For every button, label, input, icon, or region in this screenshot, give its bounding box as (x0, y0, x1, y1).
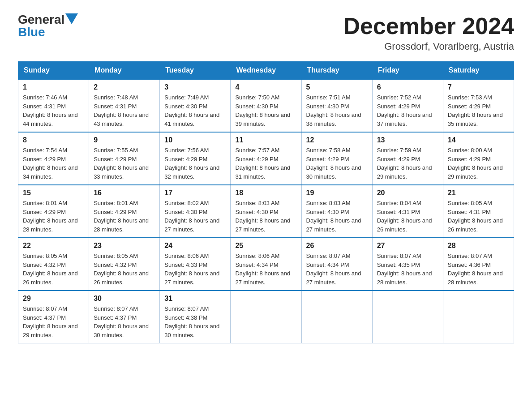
day-cell: 12 Sunrise: 7:58 AMSunset: 4:29 PMDaylig… (301, 132, 372, 185)
day-number: 12 (306, 136, 368, 144)
day-info: Sunrise: 7:51 AMSunset: 4:30 PMDaylight:… (306, 94, 361, 127)
day-number: 26 (306, 242, 368, 250)
week-row-2: 8 Sunrise: 7:54 AMSunset: 4:29 PMDayligh… (18, 132, 514, 185)
logo-triangle-icon (65, 13, 78, 24)
day-cell: 15 Sunrise: 8:01 AMSunset: 4:29 PMDaylig… (18, 185, 89, 238)
day-number: 13 (377, 136, 438, 144)
day-info: Sunrise: 7:50 AMSunset: 4:30 PMDaylight:… (235, 94, 290, 127)
calendar-table: Sunday Monday Tuesday Wednesday Thursday… (18, 61, 514, 343)
day-info: Sunrise: 8:07 AMSunset: 4:37 PMDaylight:… (94, 305, 149, 338)
day-info: Sunrise: 7:49 AMSunset: 4:30 PMDaylight:… (164, 94, 219, 127)
day-cell (443, 291, 514, 343)
day-info: Sunrise: 8:05 AMSunset: 4:32 PMDaylight:… (23, 253, 78, 286)
logo-general-text: General (18, 13, 64, 26)
day-info: Sunrise: 7:59 AMSunset: 4:29 PMDaylight:… (377, 147, 432, 180)
day-number: 22 (23, 242, 84, 250)
day-cell: 27 Sunrise: 8:07 AMSunset: 4:35 PMDaylig… (372, 238, 443, 291)
day-cell: 6 Sunrise: 7:52 AMSunset: 4:29 PMDayligh… (372, 79, 443, 132)
day-cell: 19 Sunrise: 8:03 AMSunset: 4:30 PMDaylig… (301, 185, 372, 238)
day-cell: 4 Sunrise: 7:50 AMSunset: 4:30 PMDayligh… (231, 79, 301, 132)
day-info: Sunrise: 7:46 AMSunset: 4:31 PMDaylight:… (23, 94, 78, 127)
day-cell: 2 Sunrise: 7:48 AMSunset: 4:31 PMDayligh… (89, 79, 160, 132)
header-friday: Friday (372, 62, 443, 80)
header-sunday: Sunday (18, 62, 89, 80)
week-row-1: 1 Sunrise: 7:46 AMSunset: 4:31 PMDayligh… (18, 79, 514, 132)
day-cell: 26 Sunrise: 8:07 AMSunset: 4:34 PMDaylig… (301, 238, 372, 291)
day-info: Sunrise: 8:01 AMSunset: 4:29 PMDaylight:… (94, 200, 149, 233)
day-cell: 31 Sunrise: 8:07 AMSunset: 4:38 PMDaylig… (160, 291, 231, 343)
day-number: 23 (94, 242, 155, 250)
day-cell: 28 Sunrise: 8:07 AMSunset: 4:36 PMDaylig… (443, 238, 514, 291)
day-number: 7 (448, 83, 509, 91)
day-cell: 22 Sunrise: 8:05 AMSunset: 4:32 PMDaylig… (18, 238, 89, 291)
day-number: 27 (377, 242, 438, 250)
day-info: Sunrise: 7:48 AMSunset: 4:31 PMDaylight:… (94, 94, 149, 127)
day-info: Sunrise: 8:07 AMSunset: 4:35 PMDaylight:… (377, 253, 432, 286)
day-info: Sunrise: 8:03 AMSunset: 4:30 PMDaylight:… (306, 200, 361, 233)
page-header: General Blue December 2024 Grossdorf, Vo… (18, 13, 514, 52)
day-cell: 21 Sunrise: 8:05 AMSunset: 4:31 PMDaylig… (443, 185, 514, 238)
day-number: 14 (448, 136, 509, 144)
day-number: 10 (164, 136, 226, 144)
day-info: Sunrise: 7:57 AMSunset: 4:29 PMDaylight:… (235, 147, 290, 180)
day-number: 6 (377, 83, 438, 91)
day-info: Sunrise: 8:00 AMSunset: 4:29 PMDaylight:… (448, 147, 503, 180)
day-number: 4 (235, 83, 296, 91)
day-cell: 20 Sunrise: 8:04 AMSunset: 4:31 PMDaylig… (372, 185, 443, 238)
day-number: 25 (235, 242, 296, 250)
location-text: Grossdorf, Vorarlberg, Austria (343, 41, 514, 52)
calendar-header: Sunday Monday Tuesday Wednesday Thursday… (18, 62, 514, 80)
day-cell: 14 Sunrise: 8:00 AMSunset: 4:29 PMDaylig… (443, 132, 514, 185)
day-cell: 25 Sunrise: 8:06 AMSunset: 4:34 PMDaylig… (231, 238, 301, 291)
day-info: Sunrise: 8:05 AMSunset: 4:32 PMDaylight:… (94, 253, 149, 286)
header-saturday: Saturday (443, 62, 514, 80)
header-thursday: Thursday (301, 62, 372, 80)
svg-marker-0 (65, 13, 78, 24)
day-number: 24 (164, 242, 226, 250)
day-cell (301, 291, 372, 343)
day-info: Sunrise: 8:02 AMSunset: 4:30 PMDaylight:… (164, 200, 219, 233)
day-info: Sunrise: 8:07 AMSunset: 4:38 PMDaylight:… (164, 305, 219, 338)
day-info: Sunrise: 8:04 AMSunset: 4:31 PMDaylight:… (377, 200, 432, 233)
header-monday: Monday (89, 62, 160, 80)
day-cell: 29 Sunrise: 8:07 AMSunset: 4:37 PMDaylig… (18, 291, 89, 343)
day-number: 11 (235, 136, 296, 144)
day-number: 1 (23, 83, 84, 91)
calendar-body: 1 Sunrise: 7:46 AMSunset: 4:31 PMDayligh… (18, 79, 514, 343)
day-cell: 17 Sunrise: 8:02 AMSunset: 4:30 PMDaylig… (160, 185, 231, 238)
day-info: Sunrise: 7:56 AMSunset: 4:29 PMDaylight:… (164, 147, 219, 180)
day-number: 31 (164, 295, 226, 303)
day-cell (231, 291, 301, 343)
day-info: Sunrise: 8:06 AMSunset: 4:34 PMDaylight:… (235, 253, 290, 286)
day-cell: 16 Sunrise: 8:01 AMSunset: 4:29 PMDaylig… (89, 185, 160, 238)
day-cell: 7 Sunrise: 7:53 AMSunset: 4:29 PMDayligh… (443, 79, 514, 132)
day-info: Sunrise: 7:53 AMSunset: 4:29 PMDaylight:… (448, 94, 503, 127)
day-info: Sunrise: 8:01 AMSunset: 4:29 PMDaylight:… (23, 200, 78, 233)
day-number: 29 (23, 295, 84, 303)
day-number: 8 (23, 136, 84, 144)
header-tuesday: Tuesday (160, 62, 231, 80)
week-row-5: 29 Sunrise: 8:07 AMSunset: 4:37 PMDaylig… (18, 291, 514, 343)
day-number: 2 (94, 83, 155, 91)
day-cell: 13 Sunrise: 7:59 AMSunset: 4:29 PMDaylig… (372, 132, 443, 185)
day-number: 28 (448, 242, 509, 250)
day-cell: 24 Sunrise: 8:06 AMSunset: 4:33 PMDaylig… (160, 238, 231, 291)
day-number: 17 (164, 189, 226, 197)
logo: General Blue (18, 13, 78, 39)
day-cell: 30 Sunrise: 8:07 AMSunset: 4:37 PMDaylig… (89, 291, 160, 343)
logo-blue-text: Blue (18, 26, 45, 39)
day-info: Sunrise: 8:03 AMSunset: 4:30 PMDaylight:… (235, 200, 290, 233)
day-cell: 3 Sunrise: 7:49 AMSunset: 4:30 PMDayligh… (160, 79, 231, 132)
day-number: 18 (235, 189, 296, 197)
day-number: 20 (377, 189, 438, 197)
day-number: 16 (94, 189, 155, 197)
day-cell: 10 Sunrise: 7:56 AMSunset: 4:29 PMDaylig… (160, 132, 231, 185)
day-info: Sunrise: 7:58 AMSunset: 4:29 PMDaylight:… (306, 147, 361, 180)
day-info: Sunrise: 8:06 AMSunset: 4:33 PMDaylight:… (164, 253, 219, 286)
day-info: Sunrise: 7:54 AMSunset: 4:29 PMDaylight:… (23, 147, 78, 180)
day-cell: 23 Sunrise: 8:05 AMSunset: 4:32 PMDaylig… (89, 238, 160, 291)
day-number: 5 (306, 83, 368, 91)
title-block: December 2024 Grossdorf, Vorarlberg, Aus… (343, 13, 514, 52)
day-info: Sunrise: 8:05 AMSunset: 4:31 PMDaylight:… (448, 200, 503, 233)
day-number: 21 (448, 189, 509, 197)
